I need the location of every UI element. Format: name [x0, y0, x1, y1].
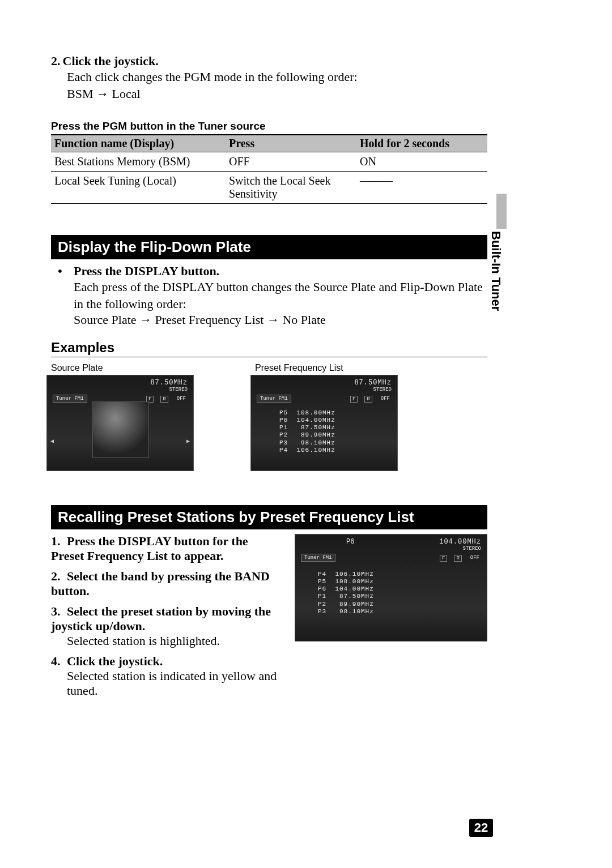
seq-local: Local — [112, 87, 140, 101]
pgm-table-caption: Press the PGM button in the Tuner source — [51, 120, 487, 135]
sidebar-section-label: Built-In Tuner — [488, 231, 503, 311]
flip-body-1: Each press of the DISPLAY button changes… — [74, 279, 487, 312]
cell: Local Seek Tuning (Local) — [51, 172, 226, 204]
step-title: Press the DISPLAY button for the Preset … — [51, 534, 248, 563]
step-number: 2. — [51, 54, 61, 68]
step-number: 2. — [51, 569, 67, 584]
screen-preset-list: 87.50MHz STEREO Tuner FM1 F R OFF P5 108… — [250, 375, 398, 471]
cell: Best Stations Memory (BSM) — [51, 152, 226, 172]
step-body: Selected station is indicated in yellow … — [67, 669, 281, 698]
step-title: Select the preset station by moving the … — [51, 604, 271, 633]
f-icon: F — [350, 396, 358, 403]
bullet-icon: • — [58, 264, 74, 327]
screen-recall: P6 104.00MHz STEREO Tuner FM1 F R OFF P4… — [295, 534, 487, 642]
step-title: Click the joystick. — [67, 654, 163, 668]
cell: ——— — [356, 172, 487, 204]
step-number: 1. — [51, 534, 67, 549]
example-preset-list: Preset Frequency List 87.50MHz STEREO Tu… — [250, 363, 398, 471]
example-source-plate: Source Plate 87.50MHz STEREO Tuner FM1 F… — [46, 363, 194, 471]
step-body: Selected station is highlighted. — [67, 634, 281, 648]
screen-source-plate: 87.50MHz STEREO Tuner FM1 F R OFF ◀ ▶ — [46, 375, 194, 471]
recall-step-2: 2.Select the band by pressing the BAND b… — [51, 569, 281, 598]
screen-stereo: STEREO — [169, 387, 188, 392]
arrow-icon: → — [267, 313, 279, 327]
r-icon: R — [454, 555, 461, 562]
screen-p6: P6 — [346, 538, 354, 546]
arrow-icon: → — [96, 87, 109, 101]
flip-bullet-title: Press the DISPLAY button. — [74, 264, 487, 279]
screen-presets: P5 108.00MHz P6 104.00MHz P1 87.50MHz P2… — [279, 409, 335, 454]
seq-bsm: BSM — [67, 87, 93, 101]
off-label: OFF — [379, 396, 392, 403]
left-arrow-icon: ◀ — [50, 438, 54, 444]
screen-tuner-badge: Tuner FM1 — [257, 395, 291, 403]
screen-freq: 87.50MHz — [354, 379, 392, 387]
screen-icons: F R OFF — [350, 396, 392, 403]
screen-stereo: STEREO — [373, 387, 392, 392]
screen-tuner-badge: Tuner FM1 — [301, 554, 335, 562]
step-body-2: BSM → Local — [67, 85, 487, 102]
r-icon: R — [364, 396, 372, 403]
col-h2: Press — [226, 135, 356, 152]
flip-bullet: • Press the DISPLAY button. Each press o… — [51, 264, 487, 327]
recall-row: 1.Press the DISPLAY button for the Prese… — [51, 534, 487, 704]
f-icon: F — [440, 555, 447, 562]
section-recall-title: Recalling Preset Stations by Preset Freq… — [51, 505, 487, 529]
recall-step-4: 4.Click the joystick. Selected station i… — [51, 654, 281, 698]
off-label: OFF — [469, 555, 481, 562]
col-h1: Function name (Display) — [51, 135, 226, 152]
screen-freq: 104.00MHz — [439, 538, 481, 546]
col-h3: Hold for 2 seconds — [356, 135, 487, 152]
section-flip-title: Display the Flip-Down Plate — [51, 235, 487, 259]
pgm-table: Function name (Display) Press Hold for 2… — [51, 135, 487, 204]
example-label: Source Plate — [51, 363, 194, 373]
seq-source-plate: Source Plate — [74, 313, 137, 327]
example-label: Preset Frequency List — [255, 363, 398, 373]
album-art-placeholder — [92, 401, 149, 458]
recall-step-3: 3.Select the preset station by moving th… — [51, 604, 281, 648]
sidebar-section-marker — [496, 194, 507, 229]
table-row: Local Seek Tuning (Local) Switch the Loc… — [51, 172, 487, 204]
cell: ON — [356, 152, 487, 172]
cell: OFF — [226, 152, 356, 172]
screen-stereo: STEREO — [463, 546, 481, 551]
examples-row: Source Plate 87.50MHz STEREO Tuner FM1 F… — [46, 363, 487, 471]
r-icon: R — [160, 396, 168, 403]
flip-sequence: Source Plate → Preset Frequency List → N… — [74, 313, 487, 327]
arrow-icon: → — [139, 313, 152, 327]
step-body-1: Each click changes the PGM mode in the f… — [67, 69, 487, 85]
page-number: 22 — [469, 819, 493, 837]
screen-tuner-badge: Tuner FM1 — [53, 395, 87, 403]
right-arrow-icon: ▶ — [186, 438, 190, 444]
step-number: 3. — [51, 604, 67, 619]
recall-step-1: 1.Press the DISPLAY button for the Prese… — [51, 534, 281, 563]
screen-freq: 87.50MHz — [150, 379, 188, 387]
screen-icons: F R OFF — [440, 555, 481, 562]
off-label: OFF — [175, 396, 188, 403]
screen-icons: F R OFF — [146, 396, 188, 403]
table-row: Best Stations Memory (BSM) OFF ON — [51, 152, 487, 172]
step-title: Click the joystick. — [63, 54, 159, 68]
cell: Switch the Local Seek Sensitivity — [226, 172, 356, 204]
seq-preset-list: Preset Frequency List — [155, 313, 264, 327]
screen-presets: P4 106.10MHz P5 108.00MHz P6 104.00MHz P… — [318, 571, 374, 615]
recall-steps: 1.Press the DISPLAY button for the Prese… — [51, 534, 281, 704]
step-title: Select the band by pressing the BAND but… — [51, 569, 270, 598]
step-number: 4. — [51, 654, 67, 669]
step-2: 2. Click the joystick. Each click change… — [51, 54, 487, 102]
examples-header: Examples — [51, 340, 487, 357]
seq-no-plate: No Plate — [282, 313, 325, 327]
